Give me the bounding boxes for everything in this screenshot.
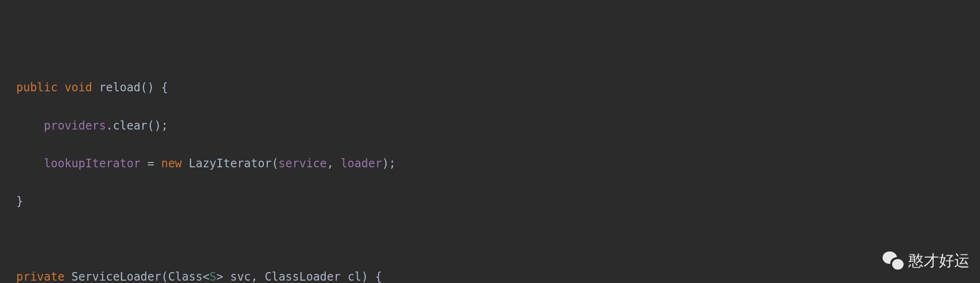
paren-close-brace: ) { (362, 270, 382, 283)
code-line-1[interactable]: public void reload() { (0, 78, 980, 98)
brace-open: { (154, 81, 168, 94)
brace-close: } (16, 195, 23, 208)
watermark-text: 憨才好运 (908, 248, 969, 273)
field-providers: providers (44, 119, 106, 132)
gt: > (216, 270, 223, 283)
equals: = (140, 157, 161, 170)
ctor-ServiceLoader: ServiceLoader (72, 270, 161, 283)
space (182, 157, 189, 170)
method-name: reload (99, 81, 140, 94)
paren-open: ( (272, 157, 278, 170)
watermark: 憨才好运 (883, 248, 969, 273)
code-line-5-blank[interactable] (0, 230, 980, 249)
space (341, 270, 347, 283)
arg-service: service (278, 157, 327, 170)
comma: , (327, 157, 341, 170)
code-line-3[interactable]: lookupIterator = new LazyIterator(servic… (0, 154, 980, 174)
keyword-public: public (16, 81, 58, 94)
space (224, 270, 230, 283)
dot: . (106, 119, 113, 132)
type-ClassLoader: ClassLoader (265, 270, 341, 283)
paren-close: ); (382, 157, 396, 170)
parens: () (140, 81, 154, 94)
code-line-6[interactable]: private ServiceLoader(Class<S> svc, Clas… (0, 268, 980, 283)
lt: < (202, 270, 209, 283)
comma: , (251, 270, 265, 283)
tail: (); (148, 119, 168, 132)
type-Class: Class (168, 270, 202, 283)
param-cl: cl (348, 270, 362, 283)
keyword-void: void (64, 81, 92, 94)
code-line-2[interactable]: providers.clear(); (0, 117, 980, 136)
space (64, 270, 71, 283)
keyword-private: private (16, 270, 64, 283)
paren-open: ( (161, 270, 168, 283)
code-line-4[interactable]: } (0, 192, 980, 211)
method-clear: clear (113, 119, 147, 132)
indent (16, 119, 44, 132)
arg-loader: loader (341, 157, 382, 170)
field-lookupIterator: lookupIterator (44, 157, 140, 170)
ctor-LazyIterator: LazyIterator (189, 157, 271, 170)
generic-S: S (210, 270, 216, 283)
wechat-icon (883, 251, 904, 271)
keyword-new: new (161, 157, 181, 170)
param-svc: svc (230, 270, 251, 283)
indent (16, 157, 44, 170)
